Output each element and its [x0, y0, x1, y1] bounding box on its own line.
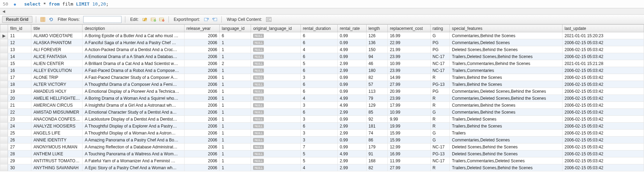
cell-original_language_id[interactable]: NULL [251, 164, 301, 171]
cell-release_year[interactable]: 2006 [184, 137, 219, 144]
cell-ptr[interactable] [0, 74, 8, 81]
export-icon[interactable] [203, 16, 210, 23]
cell-description[interactable]: A Action-Packed Drama of a Dentist And a… [83, 46, 184, 53]
col-description[interactable]: description [83, 25, 184, 32]
refresh-icon[interactable] [48, 16, 54, 23]
cell-rental_rate[interactable]: 2.99 [338, 123, 367, 130]
cell-description[interactable]: A Fast-Paced Drama of a Robot And a Comp… [83, 67, 184, 74]
cell-description[interactable]: A Epic Story of a Pastry Chef And a Woma… [83, 164, 184, 171]
cell-original_language_id[interactable]: NULL [251, 81, 301, 88]
cell-last_update[interactable]: 2006-02-15 05:03:42 [562, 39, 644, 46]
cell-release_year[interactable]: 2006 [184, 130, 219, 137]
cell-rating[interactable]: NC-17 [430, 144, 450, 150]
cell-rental_duration[interactable]: 6 [301, 39, 338, 46]
cell-original_language_id[interactable]: NULL [251, 116, 301, 123]
col-release-year[interactable]: release_year [184, 25, 219, 32]
cell-special_features[interactable]: Commentaries,Deleted Scenes,Behind the S… [450, 95, 562, 102]
cell-rating[interactable]: NC-17 [430, 60, 450, 67]
cell-release_year[interactable]: 2006 [184, 67, 219, 74]
cell-description[interactable]: A Boring Drama of a Woman And a Squirrel… [83, 95, 184, 102]
cell-original_language_id[interactable]: NULL [251, 46, 301, 53]
cell-original_language_id[interactable]: NULL [251, 150, 301, 157]
cell-last_update[interactable]: 2006-02-15 05:03:42 [562, 67, 644, 74]
cell-last_update[interactable]: 2006-02-15 05:03:42 [562, 109, 644, 116]
cell-ptr[interactable] [0, 81, 8, 88]
cell-film_id[interactable]: 22 [8, 109, 31, 116]
cell-title[interactable]: ALTER VICTORY [31, 81, 83, 88]
cell-language_id[interactable]: 1 [220, 74, 251, 81]
cell-rental_rate[interactable]: 0.99 [338, 144, 367, 150]
cell-film_id[interactable]: 25 [8, 130, 31, 137]
cell-rating[interactable]: NC-17 [430, 53, 450, 60]
cell-rental_rate[interactable]: 2.99 [338, 109, 367, 116]
cell-rating[interactable]: G [430, 109, 450, 116]
cell-language_id[interactable]: 6 [220, 32, 251, 39]
delete-row-icon[interactable] [159, 16, 165, 23]
table-row[interactable]: 27ANONYMOUS HUMANA Amazing Reflection of… [0, 144, 644, 150]
cell-language_id[interactable]: 1 [220, 53, 251, 60]
cell-release_year[interactable]: 2006 [184, 81, 219, 88]
cell-release_year[interactable]: 2006 [184, 164, 219, 171]
cell-last_update[interactable]: 2006-02-15 05:03:42 [562, 116, 644, 123]
cell-film_id[interactable]: 28 [8, 150, 31, 157]
cell-replacement_cost[interactable]: 27.99 [387, 81, 430, 88]
cell-film_id[interactable]: 27 [8, 144, 31, 150]
cell-ptr[interactable] [0, 137, 8, 144]
edit-row-icon[interactable] [142, 16, 148, 23]
cell-last_update[interactable]: 2021-01-01 15:21:28 [562, 60, 644, 67]
cell-rental_duration[interactable]: 6 [301, 88, 338, 95]
cell-replacement_cost[interactable]: 11.99 [387, 157, 430, 164]
cell-film_id[interactable]: 29 [8, 157, 31, 164]
cell-replacement_cost[interactable]: 23.99 [387, 95, 430, 102]
cell-rental_rate[interactable]: 0.99 [338, 74, 367, 81]
cell-language_id[interactable]: 1 [220, 39, 251, 46]
cell-ptr[interactable] [0, 39, 8, 46]
cell-title[interactable]: ALIEN CENTER [31, 60, 83, 67]
cell-rental_rate[interactable]: 4.99 [338, 102, 367, 109]
cell-film_id[interactable]: 30 [8, 164, 31, 171]
cell-title[interactable]: ALAMO VIDEOTAPE [31, 32, 83, 39]
cell-description[interactable]: A Touching Panorama of a Waitress And a … [83, 150, 184, 157]
cell-rental_rate[interactable]: 2.99 [338, 164, 367, 171]
cell-length[interactable]: 113 [366, 88, 387, 95]
cell-description[interactable]: A Brilliant Drama of a Cat And a Mad Sci… [83, 60, 184, 67]
cell-length[interactable]: 150 [366, 46, 387, 53]
table-row[interactable]: 12ALASKA PHANTOMA Fanciful Saga of a Hun… [0, 39, 644, 46]
cell-ptr[interactable] [0, 88, 8, 95]
cell-special_features[interactable]: Commentaries,Deleted Scenes [450, 137, 562, 144]
cell-title[interactable]: ANACONDA CONFESS… [31, 116, 83, 123]
cell-description[interactable]: A Thoughtful Drama of a Composer And a F… [83, 81, 184, 88]
cell-rental_rate[interactable]: 2.99 [338, 157, 367, 164]
cell-release_year[interactable]: 2006 [184, 39, 219, 46]
cell-length[interactable]: 91 [366, 150, 387, 157]
cell-rental_rate[interactable]: 0.99 [338, 81, 367, 88]
cell-length[interactable]: 85 [366, 109, 387, 116]
cell-title[interactable]: AMISTAD MIDSUMMER [31, 109, 83, 116]
cell-original_language_id[interactable]: NULL [251, 130, 301, 137]
col-title[interactable]: title [31, 25, 83, 32]
cell-release_year[interactable]: 2006 [184, 60, 219, 67]
cell-rating[interactable]: NC-17 [430, 157, 450, 164]
cell-last_update[interactable]: 2006-02-15 05:03:42 [562, 144, 644, 150]
cell-ptr[interactable]: ▶ [0, 32, 8, 39]
col-original-language-id[interactable]: original_language_id [251, 25, 301, 32]
cell-language_id[interactable]: 1 [220, 164, 251, 171]
import-icon[interactable] [212, 16, 218, 23]
cell-release_year[interactable]: 2006 [184, 46, 219, 53]
cell-film_id[interactable]: 23 [8, 116, 31, 123]
cell-replacement_cost[interactable]: 20.99 [387, 88, 430, 95]
cell-description[interactable]: A Amazing Panorama of a Pastry Chef And … [83, 137, 184, 144]
cell-length[interactable]: 179 [366, 144, 387, 150]
cell-rental_duration[interactable]: 6 [301, 109, 338, 116]
cell-ptr[interactable] [0, 116, 8, 123]
cell-film_id[interactable]: 19 [8, 88, 31, 95]
cell-rental_duration[interactable]: 5 [301, 150, 338, 157]
col-rental-rate[interactable]: rental_rate [338, 25, 367, 32]
table-row[interactable]: 13ALI FOREVERA Action-Packed Drama of a … [0, 46, 644, 53]
col-language-id[interactable]: language_id [220, 25, 251, 32]
cell-length[interactable]: 86 [366, 137, 387, 144]
cell-replacement_cost[interactable]: 16.99 [387, 150, 430, 157]
table-row[interactable]: 19AMADEUS HOLYA Emotional Display of a P… [0, 88, 644, 95]
cell-replacement_cost[interactable]: 19.99 [387, 123, 430, 130]
cell-film_id[interactable]: 26 [8, 137, 31, 144]
